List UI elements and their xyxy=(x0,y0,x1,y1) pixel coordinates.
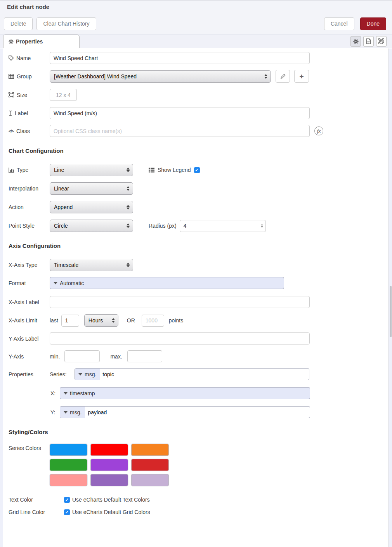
delete-button[interactable]: Delete xyxy=(4,17,33,30)
x-property-label: X: xyxy=(50,390,60,396)
pencil-icon xyxy=(280,74,286,79)
name-label: Name xyxy=(16,55,31,62)
text-color-label: Text Color xyxy=(9,496,50,503)
dialog-titlebar: Edit chart node xyxy=(0,0,392,13)
group-select[interactable]: [Weather Dashboard] Wind Speed xyxy=(50,70,271,83)
caret-down-icon xyxy=(64,411,68,414)
series-color-swatch[interactable] xyxy=(131,444,169,456)
select-arrows-icon xyxy=(127,223,130,228)
format-typed-input[interactable]: Automatic xyxy=(50,277,284,289)
group-label-group: Group xyxy=(9,73,50,80)
select-arrows-icon xyxy=(127,168,130,172)
point-style-select[interactable]: Circle xyxy=(50,220,133,232)
properties-view-button[interactable] xyxy=(350,36,361,47)
show-legend-checkbox[interactable]: ✓ xyxy=(194,167,200,173)
label-label: Label xyxy=(15,110,28,117)
edit-chart-node-dialog: Edit chart node Delete Clear Chart Histo… xyxy=(0,0,392,547)
dialog-title: Edit chart node xyxy=(7,3,49,10)
limit-points-input[interactable] xyxy=(142,315,164,327)
properties-label: Properties xyxy=(9,371,50,378)
grid-line-color-label: Grid Line Color xyxy=(9,509,50,516)
y-axis-label-input[interactable] xyxy=(50,332,310,344)
table-icon xyxy=(9,74,14,79)
class-input[interactable] xyxy=(50,125,310,137)
x-axis-label-input[interactable] xyxy=(50,296,310,308)
description-view-button[interactable] xyxy=(363,36,374,47)
code-icon: </> xyxy=(9,128,14,135)
name-label-group: Name xyxy=(9,55,50,62)
caret-down-icon xyxy=(64,392,68,395)
y-axis-label-label: Y-Axis Label xyxy=(9,335,50,342)
select-arrows-icon xyxy=(127,263,130,267)
series-color-swatch[interactable] xyxy=(50,459,87,471)
scrollbar-thumb[interactable] xyxy=(390,286,392,337)
edit-group-button[interactable] xyxy=(276,70,290,83)
tab-properties[interactable]: Properties xyxy=(3,35,80,48)
dialog-toolbar: Delete Clear Chart History Cancel Done xyxy=(0,13,392,35)
y-max-label: max. xyxy=(110,353,122,360)
size-button[interactable]: 12 x 4 xyxy=(50,89,77,101)
point-style-label: Point Style xyxy=(9,222,50,229)
y-max-input[interactable] xyxy=(127,350,162,362)
clear-chart-history-button[interactable]: Clear Chart History xyxy=(36,17,96,30)
size-label: Size xyxy=(17,92,27,99)
x-axis-type-select[interactable]: Timescale xyxy=(50,259,133,271)
i-cursor-icon xyxy=(9,111,12,116)
add-group-button[interactable]: + xyxy=(294,70,309,83)
group-label: Group xyxy=(17,73,32,80)
default-grid-colors-label: Use eCharts Default Grid Colors xyxy=(72,509,150,515)
limit-value-input[interactable] xyxy=(61,315,79,327)
format-label: Format xyxy=(9,280,50,287)
series-color-swatch[interactable] xyxy=(50,474,87,486)
series-color-swatch[interactable] xyxy=(90,444,128,456)
legend-list-icon xyxy=(149,168,154,173)
number-spinner-icon[interactable] xyxy=(261,224,263,228)
type-label: Type xyxy=(17,166,28,173)
left-gutter xyxy=(0,48,3,547)
x-axis-label-label: X-Axis Label xyxy=(9,299,50,306)
caret-down-icon xyxy=(54,282,57,284)
default-grid-colors-checkbox[interactable]: ✓ xyxy=(64,509,70,515)
properties-panel: Name Group [Weather Dashboar xyxy=(0,48,392,516)
class-label-group: </> Class xyxy=(9,128,50,135)
type-select[interactable]: Line xyxy=(50,164,133,176)
label-label-group: Label xyxy=(9,110,50,117)
series-typed-input[interactable]: msg. topic xyxy=(75,368,309,380)
scrollbar-track[interactable] xyxy=(389,48,392,547)
appearance-view-button[interactable] xyxy=(376,36,387,47)
action-select[interactable]: Append xyxy=(50,201,133,213)
interpolation-label: Interpolation xyxy=(9,185,50,192)
tab-bar: Properties xyxy=(0,35,392,48)
select-arrows-icon xyxy=(264,74,267,79)
document-icon xyxy=(366,38,371,44)
series-label: Series: xyxy=(50,371,75,377)
default-text-colors-checkbox[interactable]: ✓ xyxy=(64,497,70,503)
bar-chart-icon xyxy=(9,168,14,173)
series-color-swatch[interactable] xyxy=(131,459,169,471)
name-input[interactable] xyxy=(50,52,310,64)
plus-icon: + xyxy=(299,72,304,81)
series-colors-label: Series Colors xyxy=(9,444,50,452)
series-color-grid xyxy=(50,444,169,486)
y-min-label: min. xyxy=(50,353,60,360)
series-color-swatch[interactable] xyxy=(90,474,128,486)
x-property-typed-input[interactable]: timestamp xyxy=(60,387,310,399)
label-input[interactable] xyxy=(50,107,310,119)
series-color-swatch[interactable] xyxy=(50,444,87,456)
styling-colors-heading: Styling/Colors xyxy=(9,429,392,435)
limit-unit-select[interactable]: Hours xyxy=(84,314,118,327)
gear-icon xyxy=(9,39,14,44)
selection-box-icon xyxy=(378,38,384,44)
radius-label: Radius (px) xyxy=(149,223,177,229)
y-property-typed-input[interactable]: msg. payload xyxy=(60,406,310,418)
series-color-swatch[interactable] xyxy=(90,459,128,471)
axis-configuration-heading: Axis Configuration xyxy=(9,242,392,249)
series-color-swatch[interactable] xyxy=(131,474,169,486)
default-text-colors-label: Use eCharts Default Text Colors xyxy=(72,497,150,503)
chart-configuration-heading: Chart Configuration xyxy=(9,147,392,154)
y-min-input[interactable] xyxy=(64,350,100,362)
cancel-button[interactable]: Cancel xyxy=(324,17,354,30)
done-button[interactable]: Done xyxy=(360,17,386,30)
interpolation-select[interactable]: Linear xyxy=(50,182,133,195)
radius-input[interactable] xyxy=(180,220,266,232)
